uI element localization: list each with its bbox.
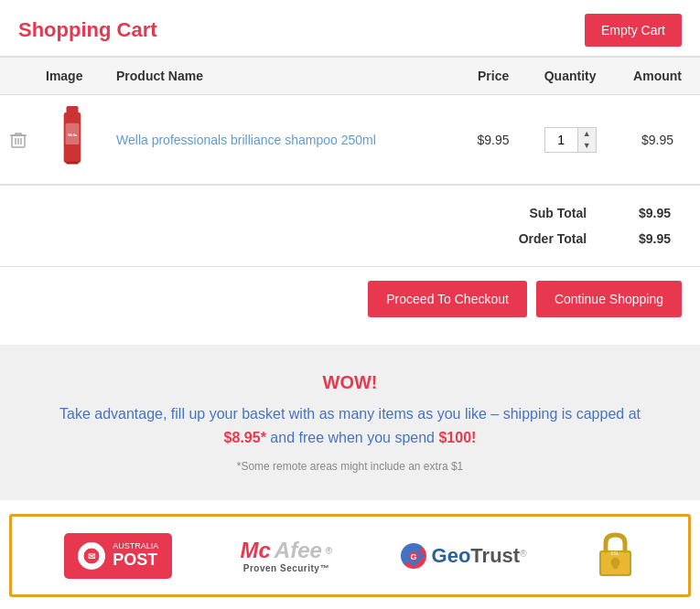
table-row: Wella Wella professionals brilliance sha… <box>0 95 700 185</box>
checkout-button[interactable]: Proceed To Checkout <box>368 281 527 317</box>
subtotal-label: Sub Total <box>455 201 596 225</box>
geotrust-registered: ® <box>520 549 526 559</box>
product-quantity-cell: ▲ ▼ <box>525 95 615 185</box>
product-image-cell: Wella <box>37 95 107 185</box>
promo-main-text: Take advantage, fill up your basket with… <box>37 402 663 449</box>
svg-text:SSL: SSL <box>610 550 619 556</box>
trust-badges: ✉ AUSTRALIA POST McAfee® Proven Security… <box>9 514 691 597</box>
geotrust-icon: G <box>401 543 426 569</box>
col-header-product-name: Product Name <box>107 57 461 95</box>
col-header-price: Price <box>461 57 525 95</box>
geotrust-badge: G GeoTrust® <box>401 543 527 569</box>
col-header-delete <box>0 57 37 95</box>
totals-section: Sub Total $9.95 Order Total $9.95 <box>0 185 700 266</box>
order-total-value: $9.95 <box>598 227 680 251</box>
lock-icon: 256bit SSL <box>595 530 636 581</box>
geotrust-geo: Geo <box>432 544 471 567</box>
promo-disclaimer: *Some remote areas might include an extr… <box>37 460 663 473</box>
cart-table: Image Product Name Price Quantity Amount <box>0 56 700 185</box>
page-header: Shopping Cart Empty Cart <box>0 0 700 56</box>
svg-rect-5 <box>66 106 78 112</box>
col-header-amount: Amount <box>615 57 700 95</box>
quantity-arrows: ▲ ▼ <box>577 128 596 152</box>
empty-cart-button[interactable]: Empty Cart <box>585 14 682 47</box>
subtotal-value: $9.95 <box>598 201 680 225</box>
quantity-down-button[interactable]: ▼ <box>578 140 596 152</box>
promo-banner: WOW! Take advantage, fill up your basket… <box>0 345 700 500</box>
product-price: $9.95 <box>461 95 525 185</box>
col-header-quantity: Quantity <box>525 57 615 95</box>
page-title: Shopping Cart <box>18 18 157 42</box>
svg-text:G: G <box>410 552 416 561</box>
mcafee-name-part1: Mc <box>240 538 270 563</box>
totals-table: Sub Total $9.95 Order Total $9.95 <box>453 199 682 252</box>
order-total-label: Order Total <box>455 227 596 251</box>
australia-post-icon: ✉ <box>78 542 105 570</box>
mcafee-badge: McAfee® Proven Security™ <box>240 538 332 573</box>
continue-shopping-button[interactable]: Continue Shopping <box>536 281 682 317</box>
promo-text-1: Take advantage, fill up your basket with… <box>59 406 641 422</box>
svg-rect-17 <box>613 562 618 569</box>
order-total-row: Order Total $9.95 <box>455 227 680 251</box>
promo-text-2: and free when you spend <box>270 430 435 445</box>
australia-post-text: AUSTRALIA POST <box>113 542 158 570</box>
product-name-cell: Wella professionals brilliance shampoo 2… <box>107 95 461 185</box>
australia-post-badge: ✉ AUSTRALIA POST <box>64 533 172 579</box>
delete-item-icon[interactable] <box>9 131 27 149</box>
product-name-link[interactable]: Wella professionals brilliance shampoo 2… <box>116 133 376 147</box>
promo-price-1: $8.95* <box>224 430 266 445</box>
svg-text:✉: ✉ <box>88 551 96 561</box>
table-header-row: Image Product Name Price Quantity Amount <box>0 57 700 95</box>
product-amount: $9.95 <box>615 95 700 185</box>
action-buttons: Proceed To Checkout Continue Shopping <box>0 267 700 336</box>
geotrust-text: GeoTrust® <box>432 544 527 568</box>
svg-rect-9 <box>66 162 78 165</box>
product-image: Wella <box>54 106 91 170</box>
svg-text:256bit: 256bit <box>608 544 623 550</box>
subtotal-row: Sub Total $9.95 <box>455 201 680 225</box>
quantity-input[interactable] <box>545 129 577 151</box>
mcafee-logo: McAfee® <box>240 538 332 563</box>
col-header-image: Image <box>37 57 107 95</box>
quantity-stepper[interactable]: ▲ ▼ <box>544 127 597 153</box>
geotrust-trust: Trust <box>470 544 520 567</box>
mcafee-registered: ® <box>326 546 332 556</box>
promo-wow-text: WOW! <box>37 372 663 393</box>
lock-badge: 256bit SSL <box>595 530 636 581</box>
mcafee-name-part2: Afee <box>275 538 322 563</box>
mcafee-subtitle: Proven Security™ <box>240 563 332 573</box>
quantity-up-button[interactable]: ▲ <box>578 128 596 140</box>
australia-post-large-text: POST <box>113 551 158 570</box>
promo-price-2: $100! <box>438 430 476 445</box>
svg-text:Wella: Wella <box>68 134 78 137</box>
